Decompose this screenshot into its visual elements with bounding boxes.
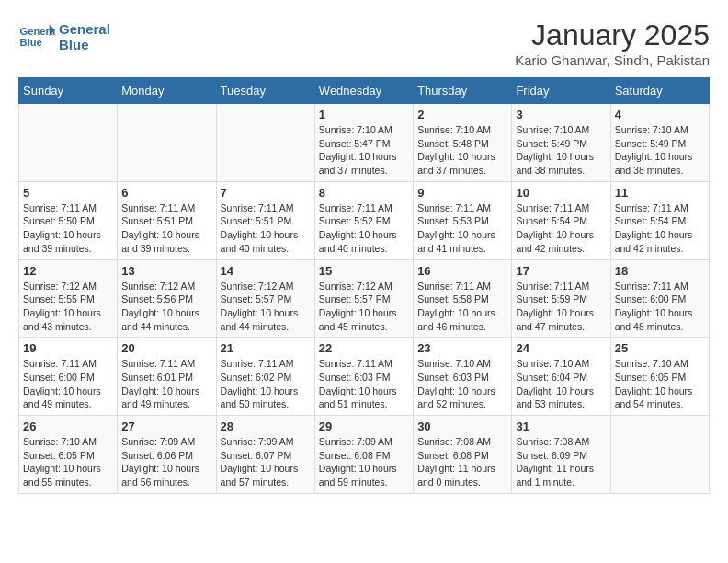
calendar-cell: 24Sunrise: 7:10 AM Sunset: 6:04 PM Dayli… — [512, 338, 610, 416]
day-info: Sunrise: 7:11 AM Sunset: 6:01 PM Dayligh… — [121, 357, 211, 411]
day-number: 28 — [221, 419, 311, 433]
weekday-header-saturday: Saturday — [610, 78, 709, 104]
day-number: 8 — [319, 186, 409, 200]
day-info: Sunrise: 7:11 AM Sunset: 5:54 PM Dayligh… — [615, 201, 705, 256]
day-number: 13 — [121, 264, 211, 278]
calendar-table: SundayMondayTuesdayWednesdayThursdayFrid… — [18, 77, 710, 494]
calendar-week-row: 1Sunrise: 7:10 AM Sunset: 5:47 PM Daylig… — [19, 104, 710, 182]
day-number: 16 — [417, 264, 507, 278]
logo-blue: Blue — [59, 37, 110, 52]
day-number: 14 — [221, 264, 311, 278]
day-number: 27 — [121, 419, 211, 433]
day-number: 6 — [121, 186, 211, 200]
day-number: 20 — [121, 341, 211, 355]
day-info: Sunrise: 7:11 AM Sunset: 6:03 PM Dayligh… — [319, 357, 409, 411]
title-block: January 2025 Kario Ghanwar, Sindh, Pakis… — [515, 18, 710, 68]
day-number: 31 — [516, 419, 606, 433]
calendar-cell: 3Sunrise: 7:10 AM Sunset: 5:49 PM Daylig… — [512, 104, 610, 182]
day-number: 15 — [319, 264, 409, 278]
calendar-cell — [216, 104, 314, 182]
day-info: Sunrise: 7:10 AM Sunset: 5:47 PM Dayligh… — [319, 123, 409, 178]
calendar-cell: 12Sunrise: 7:12 AM Sunset: 5:55 PM Dayli… — [19, 259, 118, 338]
day-number: 30 — [417, 419, 507, 433]
day-number: 2 — [417, 108, 507, 121]
calendar-cell: 15Sunrise: 7:12 AM Sunset: 5:57 PM Dayli… — [314, 259, 413, 338]
calendar-cell: 17Sunrise: 7:11 AM Sunset: 5:59 PM Dayli… — [512, 259, 610, 338]
day-info: Sunrise: 7:12 AM Sunset: 5:55 PM Dayligh… — [23, 280, 113, 334]
day-info: Sunrise: 7:11 AM Sunset: 6:00 PM Dayligh… — [615, 280, 705, 334]
day-number: 25 — [615, 341, 705, 355]
day-info: Sunrise: 7:09 AM Sunset: 6:07 PM Dayligh… — [221, 435, 311, 489]
day-info: Sunrise: 7:11 AM Sunset: 5:52 PM Dayligh… — [319, 201, 409, 256]
page-header: General Blue General Blue January 2025 K… — [18, 18, 710, 68]
day-info: Sunrise: 7:12 AM Sunset: 5:57 PM Dayligh… — [319, 280, 409, 334]
day-info: Sunrise: 7:11 AM Sunset: 6:00 PM Dayligh… — [23, 357, 113, 411]
day-info: Sunrise: 7:10 AM Sunset: 5:49 PM Dayligh… — [615, 123, 705, 178]
day-number: 4 — [615, 108, 705, 121]
calendar-week-row: 26Sunrise: 7:10 AM Sunset: 6:05 PM Dayli… — [19, 416, 710, 494]
calendar-cell: 19Sunrise: 7:11 AM Sunset: 6:00 PM Dayli… — [19, 338, 118, 416]
calendar-cell: 6Sunrise: 7:11 AM Sunset: 5:51 PM Daylig… — [118, 181, 216, 259]
calendar-cell — [118, 104, 216, 182]
day-number: 11 — [615, 186, 705, 200]
day-number: 1 — [319, 108, 409, 121]
day-number: 29 — [319, 419, 409, 433]
weekday-header-wednesday: Wednesday — [314, 78, 413, 104]
calendar-cell: 4Sunrise: 7:10 AM Sunset: 5:49 PM Daylig… — [610, 104, 709, 182]
calendar-cell: 28Sunrise: 7:09 AM Sunset: 6:07 PM Dayli… — [216, 416, 314, 494]
weekday-header-tuesday: Tuesday — [216, 78, 314, 104]
day-number: 21 — [221, 341, 311, 355]
day-info: Sunrise: 7:11 AM Sunset: 5:54 PM Dayligh… — [516, 201, 606, 256]
calendar-cell: 20Sunrise: 7:11 AM Sunset: 6:01 PM Dayli… — [118, 338, 216, 416]
weekday-header-monday: Monday — [118, 78, 216, 104]
calendar-cell — [610, 416, 709, 494]
day-info: Sunrise: 7:09 AM Sunset: 6:06 PM Dayligh… — [121, 435, 211, 489]
calendar-week-row: 12Sunrise: 7:12 AM Sunset: 5:55 PM Dayli… — [19, 259, 710, 338]
calendar-cell: 5Sunrise: 7:11 AM Sunset: 5:50 PM Daylig… — [19, 181, 118, 259]
calendar-cell: 27Sunrise: 7:09 AM Sunset: 6:06 PM Dayli… — [118, 416, 216, 494]
calendar-subtitle: Kario Ghanwar, Sindh, Pakistan — [515, 52, 710, 68]
day-number: 26 — [23, 419, 113, 433]
day-info: Sunrise: 7:11 AM Sunset: 5:53 PM Dayligh… — [417, 201, 507, 256]
calendar-cell: 29Sunrise: 7:09 AM Sunset: 6:08 PM Dayli… — [314, 416, 413, 494]
day-info: Sunrise: 7:09 AM Sunset: 6:08 PM Dayligh… — [319, 435, 409, 489]
weekday-header-friday: Friday — [512, 78, 610, 104]
day-info: Sunrise: 7:11 AM Sunset: 6:02 PM Dayligh… — [221, 357, 311, 411]
day-info: Sunrise: 7:11 AM Sunset: 5:51 PM Dayligh… — [221, 201, 311, 256]
calendar-week-row: 19Sunrise: 7:11 AM Sunset: 6:00 PM Dayli… — [19, 338, 710, 416]
calendar-cell: 9Sunrise: 7:11 AM Sunset: 5:53 PM Daylig… — [414, 181, 512, 259]
calendar-cell: 2Sunrise: 7:10 AM Sunset: 5:48 PM Daylig… — [414, 104, 512, 182]
day-number: 7 — [221, 186, 311, 200]
weekday-header-row: SundayMondayTuesdayWednesdayThursdayFrid… — [19, 78, 710, 104]
day-number: 3 — [516, 108, 606, 121]
calendar-cell: 26Sunrise: 7:10 AM Sunset: 6:05 PM Dayli… — [19, 416, 118, 494]
calendar-cell: 1Sunrise: 7:10 AM Sunset: 5:47 PM Daylig… — [314, 104, 413, 182]
day-info: Sunrise: 7:12 AM Sunset: 5:57 PM Dayligh… — [221, 280, 311, 334]
day-number: 10 — [516, 186, 606, 200]
calendar-title: January 2025 — [515, 18, 710, 52]
day-number: 22 — [319, 341, 409, 355]
day-number: 24 — [516, 341, 606, 355]
calendar-cell: 11Sunrise: 7:11 AM Sunset: 5:54 PM Dayli… — [610, 181, 709, 259]
day-info: Sunrise: 7:10 AM Sunset: 6:03 PM Dayligh… — [417, 357, 507, 411]
day-info: Sunrise: 7:10 AM Sunset: 6:04 PM Dayligh… — [516, 357, 606, 411]
logo: General Blue General Blue — [18, 18, 110, 55]
calendar-cell: 16Sunrise: 7:11 AM Sunset: 5:58 PM Dayli… — [414, 259, 512, 338]
day-info: Sunrise: 7:11 AM Sunset: 5:59 PM Dayligh… — [516, 280, 606, 334]
calendar-cell: 7Sunrise: 7:11 AM Sunset: 5:51 PM Daylig… — [216, 181, 314, 259]
day-info: Sunrise: 7:11 AM Sunset: 5:51 PM Dayligh… — [121, 201, 211, 256]
calendar-cell: 8Sunrise: 7:11 AM Sunset: 5:52 PM Daylig… — [314, 181, 413, 259]
day-info: Sunrise: 7:08 AM Sunset: 6:09 PM Dayligh… — [516, 435, 606, 489]
calendar-week-row: 5Sunrise: 7:11 AM Sunset: 5:50 PM Daylig… — [19, 181, 710, 259]
calendar-cell: 31Sunrise: 7:08 AM Sunset: 6:09 PM Dayli… — [512, 416, 610, 494]
day-number: 19 — [23, 341, 113, 355]
day-number: 17 — [516, 264, 606, 278]
calendar-cell: 13Sunrise: 7:12 AM Sunset: 5:56 PM Dayli… — [118, 259, 216, 338]
svg-text:Blue: Blue — [20, 37, 42, 48]
day-info: Sunrise: 7:10 AM Sunset: 6:05 PM Dayligh… — [615, 357, 705, 411]
logo-icon: General Blue — [18, 18, 55, 55]
day-number: 18 — [615, 264, 705, 278]
day-info: Sunrise: 7:12 AM Sunset: 5:56 PM Dayligh… — [121, 280, 211, 334]
day-number: 5 — [23, 186, 113, 200]
logo-general: General — [59, 21, 110, 37]
